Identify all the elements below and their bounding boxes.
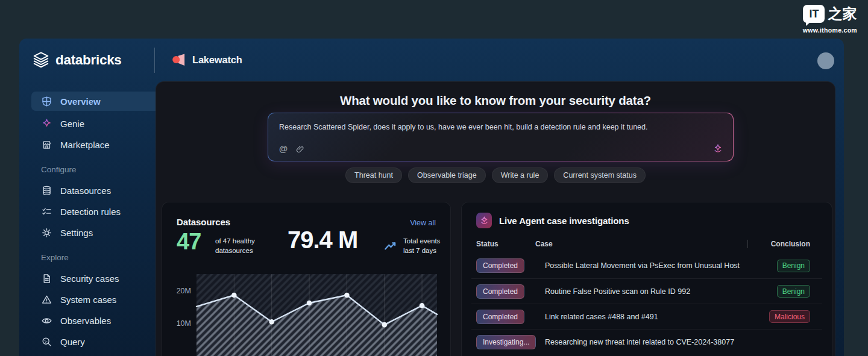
column-conclusion: Conclusion bbox=[755, 240, 810, 248]
attachment-paperclip-icon[interactable] bbox=[295, 144, 305, 154]
overview-shield-grid-icon bbox=[41, 96, 52, 107]
sidebar-item-label: System cases bbox=[60, 295, 116, 305]
database-icon bbox=[41, 185, 52, 196]
chip-current-system-status[interactable]: Current system status bbox=[554, 167, 646, 183]
sidebar: Overview Genie Marketplace Configure bbox=[31, 90, 160, 356]
sidebar-item-system-cases[interactable]: System cases bbox=[31, 290, 160, 309]
sidebar-item-marketplace[interactable]: Marketplace bbox=[31, 135, 160, 154]
sidebar-item-genie[interactable]: Genie bbox=[31, 114, 160, 133]
sidebar-item-detection-rules[interactable]: Detection rules bbox=[31, 202, 160, 221]
sidebar-item-overview[interactable]: Overview bbox=[31, 92, 160, 111]
sidebar-item-label: Overview bbox=[60, 96, 101, 107]
main-content: What would you like to know from your se… bbox=[156, 81, 835, 356]
table-header: Status Case Conclusion bbox=[476, 240, 810, 248]
agent-sparkle-icon bbox=[476, 213, 492, 228]
healthy-caption: of 47 healthy datasources bbox=[215, 237, 255, 256]
sidebar-item-observables[interactable]: Observables bbox=[31, 311, 160, 330]
chip-write-a-rule[interactable]: Write a rule bbox=[492, 167, 549, 183]
status-badge: Investigating... bbox=[476, 335, 536, 349]
warning-triangle-icon bbox=[41, 294, 52, 305]
databricks-logo-icon bbox=[31, 51, 51, 69]
lakewatch-logo-icon bbox=[172, 53, 187, 67]
trend-up-icon bbox=[384, 240, 397, 252]
agent-investigations-card: Live Agent case investigations Status Ca… bbox=[461, 202, 832, 356]
suggestion-chips: Threat hunt Observable triage Write a ru… bbox=[156, 167, 835, 183]
svg-text:10M: 10M bbox=[177, 319, 191, 328]
gear-icon bbox=[41, 227, 52, 239]
column-case: Case bbox=[535, 240, 747, 248]
ithome-watermark: IT 之家 www.ithome.com bbox=[803, 5, 857, 34]
ithome-url: www.ithome.com bbox=[803, 27, 857, 34]
header-divider bbox=[154, 48, 155, 73]
agent-card-title: Live Agent case investigations bbox=[499, 216, 629, 226]
ithome-logo-cn: 之家 bbox=[828, 7, 857, 21]
sidebar-item-settings[interactable]: Settings bbox=[31, 223, 160, 242]
case-title: Researching new threat intel related to … bbox=[545, 338, 748, 346]
healthy-count: 47 bbox=[177, 229, 201, 255]
sidebar-section-explore: Explore bbox=[41, 253, 69, 262]
conclusion-badge: Benign bbox=[777, 285, 810, 298]
view-all-link[interactable]: View all bbox=[410, 219, 436, 227]
total-events-value: 79.4 M bbox=[288, 226, 357, 254]
status-badge: Completed bbox=[476, 258, 524, 273]
sidebar-item-query[interactable]: Query bbox=[31, 332, 160, 351]
conclusion-badge: Benign bbox=[777, 260, 810, 272]
agent-send-icon[interactable] bbox=[712, 143, 723, 154]
sidebar-item-label: Settings bbox=[60, 228, 93, 238]
case-title: Routine False Positive scan on Rule ID 9… bbox=[545, 287, 748, 296]
table-row[interactable]: Completed Possible Lateral Movement via … bbox=[471, 253, 822, 278]
chip-threat-hunt[interactable]: Threat hunt bbox=[345, 167, 402, 183]
chip-observable-triage[interactable]: Observable triage bbox=[408, 167, 486, 183]
status-badge: Completed bbox=[476, 310, 524, 324]
sidebar-section-configure: Configure bbox=[41, 165, 77, 174]
sidebar-item-datasources[interactable]: Datasources bbox=[31, 181, 160, 200]
sidebar-item-security-cases[interactable]: Security cases bbox=[31, 269, 160, 288]
events-chart: 20M10M bbox=[162, 261, 451, 356]
sidebar-item-label: Detection rules bbox=[60, 207, 121, 217]
mention-icon[interactable]: @ bbox=[279, 144, 288, 154]
table-body: Completed Possible Lateral Movement via … bbox=[462, 253, 832, 354]
query-magnifier-icon bbox=[41, 336, 52, 348]
sidebar-item-label: Datasources bbox=[60, 186, 111, 196]
sidebar-item-label: Observables bbox=[60, 316, 111, 326]
events-caption: Total events last 7 days bbox=[403, 237, 440, 256]
sidebar-item-label: Genie bbox=[60, 119, 84, 129]
table-row[interactable]: Investigating... Researching new threat … bbox=[471, 329, 822, 354]
eye-icon bbox=[41, 315, 52, 326]
prompt-box-border: Research Scattered Spider, does it apply… bbox=[268, 113, 734, 161]
datasources-card-title: Datasources bbox=[177, 217, 230, 227]
brand-name: databricks bbox=[55, 52, 122, 68]
ithome-logo-icon: IT bbox=[803, 5, 825, 23]
prompt-text[interactable]: Research Scattered Spider, does it apply… bbox=[279, 123, 709, 131]
product-name: Lakewatch bbox=[192, 54, 242, 66]
case-title: Possible Lateral Movement via PsExec fro… bbox=[545, 261, 748, 270]
genie-sparkle-icon bbox=[41, 118, 52, 130]
table-row[interactable]: Completed Routine False Positive scan on… bbox=[471, 278, 822, 304]
app-window: databricks Lakewatch Overview Genie bbox=[19, 39, 844, 356]
table-row[interactable]: Completed Link related cases #488 and #4… bbox=[471, 304, 822, 329]
datasources-card: Datasources View all 47 of 47 healthy da… bbox=[162, 202, 451, 356]
checklist-icon bbox=[41, 206, 52, 217]
marketplace-store-icon bbox=[41, 139, 52, 151]
lakewatch-product[interactable]: Lakewatch bbox=[172, 53, 242, 67]
sidebar-item-label: Marketplace bbox=[60, 140, 110, 150]
sidebar-item-label: Query bbox=[60, 337, 85, 347]
page-title: What would you like to know from your se… bbox=[156, 93, 835, 108]
user-avatar[interactable] bbox=[817, 52, 834, 69]
sidebar-item-label: Security cases bbox=[60, 273, 119, 284]
column-divider bbox=[747, 240, 748, 248]
case-title: Link related cases #488 and #491 bbox=[545, 313, 748, 321]
databricks-brand[interactable]: databricks bbox=[31, 51, 122, 69]
document-icon bbox=[41, 273, 52, 284]
column-status: Status bbox=[476, 240, 535, 248]
prompt-input[interactable]: Research Scattered Spider, does it apply… bbox=[268, 113, 733, 161]
conclusion-badge: Malicious bbox=[769, 310, 810, 323]
svg-text:20M: 20M bbox=[177, 287, 191, 295]
status-badge: Completed bbox=[476, 284, 524, 299]
